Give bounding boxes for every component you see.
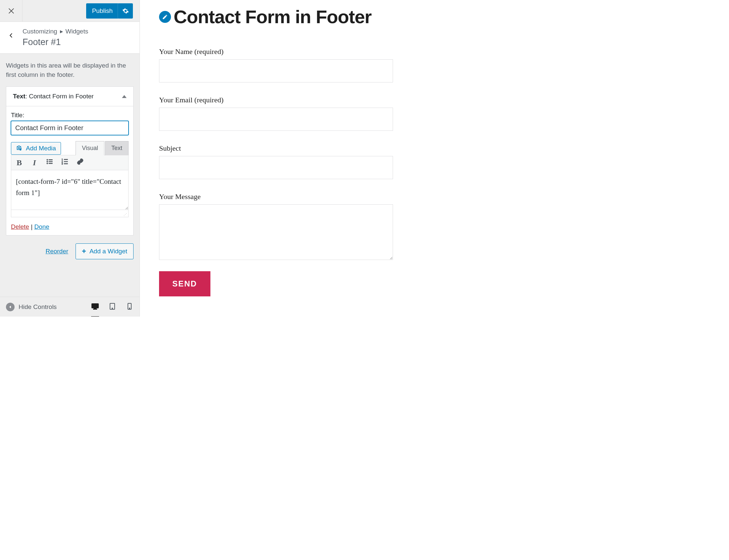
link-button[interactable] bbox=[76, 158, 85, 167]
svg-rect-16 bbox=[92, 304, 98, 308]
gear-icon bbox=[122, 8, 129, 14]
svg-rect-14 bbox=[64, 164, 68, 164]
editor-content[interactable]: [contact-form-7 id="6" title="Contact fo… bbox=[11, 170, 129, 210]
section-title: Footer #1 bbox=[23, 37, 133, 47]
bullet-list-button[interactable] bbox=[45, 158, 54, 167]
close-icon bbox=[8, 7, 15, 15]
resize-grip-icon[interactable]: ⋰ bbox=[124, 213, 127, 216]
svg-rect-13 bbox=[64, 161, 68, 162]
chevron-up-icon bbox=[122, 95, 127, 98]
device-desktop-button[interactable] bbox=[91, 302, 99, 312]
publish-settings-button[interactable] bbox=[118, 3, 133, 19]
italic-button[interactable]: I bbox=[30, 158, 39, 167]
mobile-icon bbox=[126, 302, 133, 310]
breadcrumb-separator-icon: ▶ bbox=[60, 29, 63, 34]
svg-rect-8 bbox=[49, 163, 52, 164]
back-button[interactable] bbox=[0, 28, 23, 38]
message-textarea[interactable] bbox=[159, 204, 393, 260]
svg-point-4 bbox=[47, 161, 48, 162]
name-label: Your Name (required) bbox=[159, 47, 393, 56]
widget-type-label: Text bbox=[13, 93, 26, 100]
widget-title-label: Contact Form in Footer bbox=[29, 93, 93, 100]
svg-rect-18 bbox=[93, 309, 97, 309]
publish-button[interactable]: Publish bbox=[86, 3, 119, 19]
editor-toolbar: B I 123 bbox=[11, 155, 129, 170]
breadcrumb-root: Customizing bbox=[23, 28, 57, 35]
name-input[interactable] bbox=[159, 59, 393, 82]
hide-controls-button[interactable]: Hide Controls bbox=[6, 303, 57, 311]
edit-shortcut-button[interactable] bbox=[159, 11, 171, 23]
tab-visual[interactable]: Visual bbox=[76, 141, 104, 155]
message-label: Your Message bbox=[159, 192, 393, 201]
svg-rect-7 bbox=[49, 161, 52, 162]
add-widget-button[interactable]: + Add a Widget bbox=[76, 243, 133, 259]
device-tablet-button[interactable] bbox=[108, 302, 116, 312]
svg-point-2 bbox=[18, 147, 20, 149]
section-header: Customizing ▶ Widgets Footer #1 bbox=[0, 22, 139, 54]
section-description: Widgets in this area will be displayed i… bbox=[0, 54, 139, 86]
device-mobile-button[interactable] bbox=[126, 302, 133, 312]
svg-point-5 bbox=[47, 163, 48, 164]
svg-rect-6 bbox=[49, 160, 52, 160]
subject-label: Subject bbox=[159, 144, 393, 153]
pencil-icon bbox=[162, 14, 168, 20]
tablet-icon bbox=[108, 302, 116, 310]
widget-item: Text: Contact Form in Footer Title: Add … bbox=[6, 86, 133, 235]
add-media-label: Add Media bbox=[26, 145, 56, 152]
sidebar-footer: Hide Controls bbox=[0, 297, 139, 317]
chevron-left-icon bbox=[8, 32, 14, 38]
svg-marker-15 bbox=[9, 306, 11, 308]
widget-header[interactable]: Text: Contact Form in Footer bbox=[6, 87, 133, 106]
svg-rect-12 bbox=[64, 159, 68, 160]
widget-body: Title: Add Media Visual Text B I bbox=[6, 106, 133, 235]
email-input[interactable] bbox=[159, 108, 393, 131]
widget-header-colon: : bbox=[26, 93, 29, 100]
bold-button[interactable]: B bbox=[15, 158, 24, 167]
editor-statusbar: ⋰ bbox=[11, 210, 129, 217]
numbered-list-icon: 123 bbox=[61, 158, 69, 165]
numbered-list-button[interactable]: 123 bbox=[60, 158, 70, 167]
email-label: Your Email (required) bbox=[159, 96, 393, 104]
breadcrumb-parent[interactable]: Widgets bbox=[66, 28, 88, 35]
subject-input[interactable] bbox=[159, 156, 393, 179]
svg-text:3: 3 bbox=[62, 163, 63, 165]
svg-point-22 bbox=[129, 308, 130, 309]
customizer-sidebar: Publish Customizing ▶ Widgets Footer #1 bbox=[0, 0, 140, 317]
widget-title-input[interactable] bbox=[11, 121, 129, 135]
actions-separator: | bbox=[31, 223, 34, 230]
close-customizer-button[interactable] bbox=[0, 0, 23, 22]
plus-icon: + bbox=[82, 247, 86, 256]
link-icon bbox=[77, 158, 84, 165]
bullet-list-icon bbox=[46, 158, 53, 165]
send-button[interactable]: SEND bbox=[159, 271, 210, 296]
preview-heading: Contact Form in Footer bbox=[174, 6, 372, 27]
widget-area-actions: Reorder + Add a Widget bbox=[0, 235, 139, 267]
add-widget-label: Add a Widget bbox=[89, 248, 127, 255]
preview-pane: Contact Form in Footer Your Name (requir… bbox=[140, 0, 412, 317]
title-field-label: Title: bbox=[11, 112, 129, 119]
widget-done-link[interactable]: Done bbox=[34, 223, 49, 230]
reorder-link[interactable]: Reorder bbox=[45, 248, 68, 255]
hide-controls-label: Hide Controls bbox=[19, 303, 57, 311]
camera-music-icon bbox=[16, 145, 23, 152]
sidebar-topbar: Publish bbox=[0, 0, 139, 22]
contact-form: Your Name (required) Your Email (require… bbox=[159, 47, 393, 296]
triangle-left-icon bbox=[8, 305, 12, 309]
tab-text[interactable]: Text bbox=[105, 141, 129, 155]
add-media-button[interactable]: Add Media bbox=[11, 142, 61, 155]
desktop-icon bbox=[91, 302, 99, 310]
svg-point-20 bbox=[112, 308, 113, 309]
svg-point-3 bbox=[47, 159, 48, 161]
widget-delete-link[interactable]: Delete bbox=[11, 223, 29, 230]
